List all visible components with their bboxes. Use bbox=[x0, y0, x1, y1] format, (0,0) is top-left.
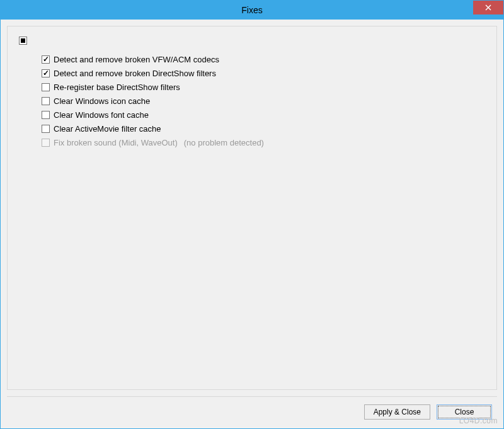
checkbox[interactable] bbox=[42, 125, 50, 133]
checkbox-row: Detect and remove broken DirectShow filt… bbox=[42, 66, 485, 80]
checkbox-suffix: (no problem detected) bbox=[184, 138, 264, 147]
window-title: Fixes bbox=[241, 5, 262, 15]
fixes-window: Fixes Detect and remove broken VFW/ACM c… bbox=[0, 0, 504, 429]
apply-close-button[interactable]: Apply & Close bbox=[364, 404, 430, 420]
checkbox-label[interactable]: Detect and remove broken DirectShow filt… bbox=[54, 69, 216, 78]
checkbox-label[interactable]: Clear ActiveMovie filter cache bbox=[54, 124, 161, 134]
checkbox-list: Detect and remove broken VFW/ACM codecsD… bbox=[42, 52, 485, 149]
checkbox-label[interactable]: Re-register base DirectShow filters bbox=[54, 83, 180, 92]
checkbox bbox=[42, 139, 50, 147]
checkbox-label[interactable]: Detect and remove broken VFW/ACM codecs bbox=[54, 55, 219, 64]
checkbox-row: Clear Windows font cache bbox=[42, 108, 485, 122]
titlebar[interactable]: Fixes bbox=[1, 1, 503, 20]
checkbox-row: Detect and remove broken VFW/ACM codecs bbox=[42, 52, 485, 66]
options-panel: Detect and remove broken VFW/ACM codecsD… bbox=[7, 26, 497, 390]
close-window-button[interactable] bbox=[473, 1, 503, 14]
checkbox[interactable] bbox=[42, 55, 50, 64]
checkbox[interactable] bbox=[42, 97, 50, 105]
checkbox[interactable] bbox=[42, 83, 50, 91]
checkbox-row: Clear ActiveMovie filter cache bbox=[42, 122, 485, 135]
content-area: Detect and remove broken VFW/ACM codecsD… bbox=[1, 20, 503, 396]
checkbox[interactable] bbox=[42, 69, 50, 77]
button-bar: Apply & Close Close bbox=[1, 397, 503, 428]
checkbox-row: Fix broken sound (Midi, WaveOut)(no prob… bbox=[42, 135, 485, 149]
checkbox-row: Re-register base DirectShow filters bbox=[42, 80, 485, 94]
close-button[interactable]: Close bbox=[437, 404, 492, 420]
checkbox-label[interactable]: Clear Windows font cache bbox=[54, 110, 149, 120]
select-all-checkbox[interactable] bbox=[19, 37, 27, 45]
checkbox-label: Fix broken sound (Midi, WaveOut) bbox=[54, 138, 178, 147]
checkbox-label[interactable]: Clear Windows icon cache bbox=[54, 96, 150, 106]
checkbox-row: Clear Windows icon cache bbox=[42, 94, 485, 108]
checkbox[interactable] bbox=[42, 111, 50, 119]
close-icon bbox=[485, 4, 491, 11]
